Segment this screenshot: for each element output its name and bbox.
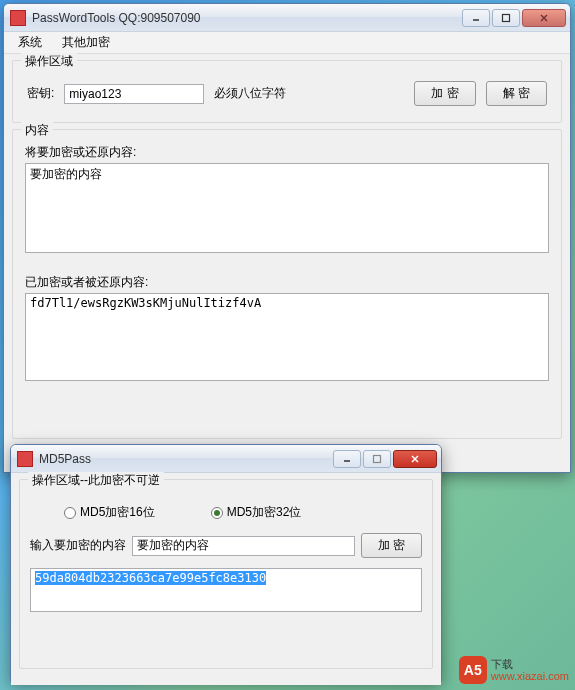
menu-other-encrypt[interactable]: 其他加密 — [52, 32, 120, 53]
key-input[interactable] — [64, 84, 204, 104]
md5-operation-group: 操作区域--此加密不可逆 MD5加密16位 MD5加密32位 输入要加密的内容 … — [19, 479, 433, 669]
md5-client-area: 操作区域--此加密不可逆 MD5加密16位 MD5加密32位 输入要加密的内容 … — [11, 473, 441, 685]
md5-input-label: 输入要加密的内容 — [30, 537, 126, 554]
watermark-line1: 下载 — [491, 658, 569, 670]
svg-rect-1 — [503, 14, 510, 21]
minimize-button[interactable] — [462, 9, 490, 27]
md5-operation-legend: 操作区域--此加密不可逆 — [28, 472, 164, 489]
radio-md5-32[interactable]: MD5加密32位 — [211, 504, 302, 521]
window-controls — [462, 9, 566, 27]
operation-legend: 操作区域 — [21, 53, 77, 70]
radio-md5-16[interactable]: MD5加密16位 — [64, 504, 155, 521]
md5-maximize-button[interactable] — [363, 450, 391, 468]
content-group: 内容 将要加密或还原内容: 已加密或者被还原内容: — [12, 129, 562, 439]
md5-window-title: MD5Pass — [39, 452, 333, 466]
watermark: A5 下载 www.xiazai.com — [459, 656, 569, 684]
close-button[interactable] — [522, 9, 566, 27]
client-area: 操作区域 密钥: 必须八位字符 加 密 解 密 内容 将要加密或还原内容: 已加… — [4, 54, 570, 455]
radio-icon-16 — [64, 507, 76, 519]
source-textarea[interactable] — [25, 163, 549, 253]
md5-close-button[interactable] — [393, 450, 437, 468]
radio-label-16: MD5加密16位 — [80, 504, 155, 521]
encrypt-button[interactable]: 加 密 — [414, 81, 475, 106]
result-textarea[interactable] — [25, 293, 549, 381]
md5-result-text: 59da804db2323663ca7e99e5fc8e3130 — [35, 571, 266, 585]
svg-rect-4 — [374, 455, 381, 462]
window-title: PassWordTools QQ:909507090 — [32, 11, 462, 25]
key-label: 密钥: — [27, 85, 54, 102]
maximize-button[interactable] — [492, 9, 520, 27]
menu-system[interactable]: 系统 — [8, 32, 52, 53]
result-label: 已加密或者被还原内容: — [25, 274, 549, 291]
md5-encrypt-button[interactable]: 加 密 — [361, 533, 422, 558]
titlebar[interactable]: PassWordTools QQ:909507090 — [4, 4, 570, 32]
menubar: 系统 其他加密 — [4, 32, 570, 54]
watermark-text: 下载 www.xiazai.com — [491, 658, 569, 682]
app-icon — [10, 10, 26, 26]
md5-titlebar[interactable]: MD5Pass — [11, 445, 441, 473]
md5-app-icon — [17, 451, 33, 467]
key-hint: 必须八位字符 — [214, 85, 286, 102]
main-window: PassWordTools QQ:909507090 系统 其他加密 操作区域 … — [3, 3, 571, 473]
watermark-line2: www.xiazai.com — [491, 670, 569, 682]
md5-result-box[interactable]: 59da804db2323663ca7e99e5fc8e3130 — [30, 568, 422, 612]
content-legend: 内容 — [21, 122, 53, 139]
md5-input[interactable] — [132, 536, 355, 556]
operation-group: 操作区域 密钥: 必须八位字符 加 密 解 密 — [12, 60, 562, 123]
decrypt-button[interactable]: 解 密 — [486, 81, 547, 106]
md5-minimize-button[interactable] — [333, 450, 361, 468]
watermark-badge: A5 — [459, 656, 487, 684]
md5-window: MD5Pass 操作区域--此加密不可逆 MD5加密16位 MD5加密32位 输… — [10, 444, 442, 682]
source-label: 将要加密或还原内容: — [25, 144, 549, 161]
radio-icon-32 — [211, 507, 223, 519]
md5-window-controls — [333, 450, 437, 468]
radio-label-32: MD5加密32位 — [227, 504, 302, 521]
